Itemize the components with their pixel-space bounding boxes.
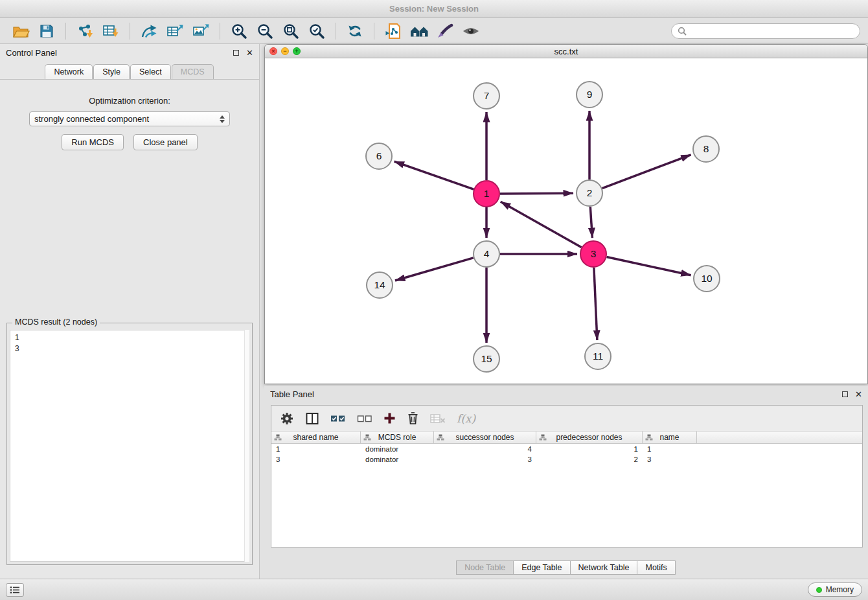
network-window-titlebar[interactable]: × − + scc.txt xyxy=(265,45,867,58)
table-settings-button[interactable] xyxy=(280,411,294,426)
tab-network-table[interactable]: Network Table xyxy=(570,560,638,575)
zoom-fit-button[interactable] xyxy=(280,21,302,41)
export-image-icon xyxy=(192,23,210,39)
tab-select[interactable]: Select xyxy=(130,64,171,79)
save-floppy-icon xyxy=(40,24,54,38)
node-label-9: 9 xyxy=(587,89,593,100)
table-row[interactable]: 3dominator323 xyxy=(271,454,862,465)
edge-3-10[interactable] xyxy=(607,257,691,275)
trash-icon xyxy=(407,411,419,425)
table-cell: dominator xyxy=(361,444,434,454)
toolbar-separator xyxy=(374,23,374,40)
criterion-dropdown[interactable]: strongly connected component xyxy=(29,111,230,126)
close-panel-button[interactable]: Close panel xyxy=(133,134,198,150)
plus-icon xyxy=(383,412,396,424)
column-sort-icon xyxy=(274,434,282,441)
show-task-history-button[interactable] xyxy=(6,583,24,597)
node-label-15: 15 xyxy=(481,353,492,364)
toolbar-separator xyxy=(130,23,130,40)
window-minimize-button[interactable]: − xyxy=(281,47,289,55)
toolbar-search xyxy=(671,23,860,39)
control-panel-header: Control Panel ✕ xyxy=(0,44,259,61)
result-scrollbar[interactable] xyxy=(244,330,249,562)
apply-style-button[interactable] xyxy=(434,21,456,41)
close-panel-icon[interactable]: ✕ xyxy=(246,49,253,57)
app-toolbar xyxy=(0,18,868,44)
window-zoom-button[interactable]: + xyxy=(293,47,301,55)
result-line: 3 xyxy=(15,343,244,354)
table-cell: 3 xyxy=(271,454,361,465)
float-panel-icon[interactable] xyxy=(233,50,239,56)
edge-2-3[interactable] xyxy=(590,207,592,238)
edge-1-6[interactable] xyxy=(394,161,474,189)
search-icon xyxy=(678,27,687,36)
node-label-4: 4 xyxy=(484,248,490,259)
edge-3-11[interactable] xyxy=(594,268,597,340)
export-table-button[interactable] xyxy=(164,21,186,41)
search-input[interactable] xyxy=(690,26,854,36)
tab-mcds[interactable]: MCDS xyxy=(172,64,214,79)
close-panel-icon[interactable]: ✕ xyxy=(855,390,862,398)
network-window-title: scc.txt xyxy=(554,47,578,56)
delete-table-icon xyxy=(430,413,446,424)
export-image-button[interactable] xyxy=(190,21,212,41)
import-table-button[interactable] xyxy=(100,21,122,41)
export-table-icon xyxy=(166,23,184,39)
window-close-button[interactable]: × xyxy=(269,47,277,55)
zoom-in-button[interactable] xyxy=(228,21,250,41)
zoom-fit-icon xyxy=(282,23,299,40)
tab-edge-table[interactable]: Edge Table xyxy=(513,560,570,575)
column-header-successor-nodes[interactable]: successor nodes xyxy=(434,432,536,443)
column-header-shared-name[interactable]: shared name xyxy=(271,432,361,443)
new-network-from-selection-button[interactable] xyxy=(382,21,404,41)
toolbar-separator xyxy=(220,23,220,40)
memory-button[interactable]: Memory xyxy=(808,583,862,597)
table-cell: 2 xyxy=(536,454,643,465)
zoom-in-icon xyxy=(231,23,247,40)
column-sort-icon xyxy=(645,434,653,441)
export-network-button[interactable] xyxy=(138,21,160,41)
export-network-icon xyxy=(141,23,158,39)
table-row[interactable]: 1dominator411 xyxy=(271,444,862,454)
function-builder-button-disabled: f(x) xyxy=(457,412,475,425)
edge-3-1[interactable] xyxy=(501,202,582,247)
open-session-button[interactable] xyxy=(10,21,32,41)
select-all-button[interactable] xyxy=(330,414,346,423)
tab-style[interactable]: Style xyxy=(93,64,130,79)
tab-network[interactable]: Network xyxy=(45,64,93,79)
import-network-button[interactable] xyxy=(74,21,96,41)
delete-column-button[interactable] xyxy=(407,411,419,425)
column-header-name[interactable]: name xyxy=(643,432,697,443)
table-toolbar: f(x) xyxy=(271,406,862,432)
show-column-button[interactable] xyxy=(305,412,319,425)
network-canvas[interactable]: 7968124314101511 xyxy=(265,58,867,384)
app-titlebar: Session: New Session xyxy=(0,0,868,18)
mcds-result-group: MCDS result (2 nodes) 1 3 xyxy=(6,323,253,565)
run-mcds-button[interactable]: Run MCDS xyxy=(62,134,124,150)
show-hide-panels-button[interactable] xyxy=(460,21,482,41)
save-session-button[interactable] xyxy=(36,21,58,41)
column-header-predecessor-nodes[interactable]: predecessor nodes xyxy=(536,432,643,443)
node-label-14: 14 xyxy=(374,279,385,290)
show-graphics-details-button[interactable] xyxy=(408,21,430,41)
table-body: 1dominator4113dominator323 xyxy=(271,444,862,465)
column-sort-icon xyxy=(363,434,371,441)
mcds-result-list: 1 3 xyxy=(10,330,249,562)
status-bar: Memory xyxy=(0,579,868,600)
float-panel-icon[interactable] xyxy=(842,391,848,397)
tab-motifs[interactable]: Motifs xyxy=(637,560,675,575)
node-label-8: 8 xyxy=(703,143,709,154)
create-column-button[interactable] xyxy=(383,412,396,424)
column-header-mcds-role[interactable]: MCDS role xyxy=(361,432,434,443)
edge-2-8[interactable] xyxy=(602,155,691,189)
tab-node-table[interactable]: Node Table xyxy=(456,560,514,575)
zoom-selected-button[interactable] xyxy=(306,21,328,41)
zoom-out-button[interactable] xyxy=(254,21,276,41)
deselect-all-button[interactable] xyxy=(357,414,372,423)
table-cell: 3 xyxy=(434,454,536,465)
edge-1-2[interactable] xyxy=(500,193,573,194)
table-cell: 1 xyxy=(643,444,697,454)
apply-layout-button[interactable] xyxy=(344,21,366,41)
edge-4-14[interactable] xyxy=(395,258,474,281)
node-label-3: 3 xyxy=(591,248,597,259)
